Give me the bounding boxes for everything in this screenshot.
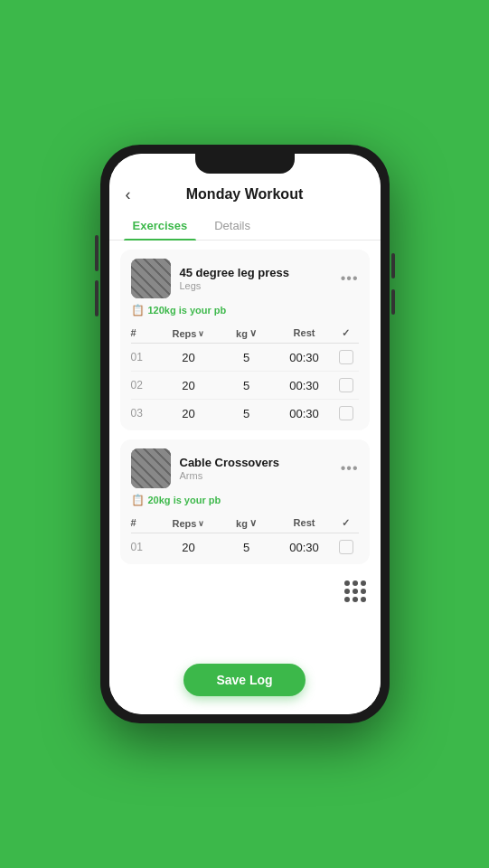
more-button-1[interactable]: ••• <box>341 270 359 287</box>
exercise-thumb-2 <box>131 448 171 488</box>
col-header-rest: Rest <box>276 327 334 339</box>
col-header-check: ✓ <box>334 327 359 339</box>
grid-menu-button[interactable] <box>344 580 366 602</box>
reps-chevron-icon-2: ∨ <box>198 519 204 528</box>
exercise-card-1: 45 degree leg press Legs ••• 📋 120kg is … <box>120 250 370 430</box>
exercise-name-2: Cable Crossovers <box>180 456 280 469</box>
table-row: 01 20 5 00:30 <box>131 344 359 372</box>
exercise-thumb-1 <box>131 259 171 298</box>
exercise-category-2: Arms <box>180 470 280 481</box>
pb-text-1: 120kg is your pb <box>148 305 227 316</box>
sets-table-2: # Reps ∨ kg ∨ Rest ✓ 01 <box>131 514 359 561</box>
save-log-button[interactable]: Save Log <box>183 664 305 696</box>
kg-chevron-icon-2: ∨ <box>249 517 257 529</box>
pb-badge-2: 📋 20kg is your pb <box>131 494 359 506</box>
header: ‹ Monday Workout <box>109 179 381 208</box>
sets-table-1: # Reps ∨ kg ∨ Rest ✓ 01 <box>131 324 359 427</box>
tabs: Exercises Details <box>109 212 381 241</box>
set-check-1-3[interactable] <box>339 406 353 420</box>
tab-details[interactable]: Details <box>205 212 259 240</box>
col-header-num-2: # <box>131 517 160 529</box>
col-header-kg-2[interactable]: kg ∨ <box>218 517 276 529</box>
set-check-1-1[interactable] <box>339 350 353 364</box>
col-header-kg[interactable]: kg ∨ <box>218 327 276 339</box>
kg-chevron-icon: ∨ <box>249 327 257 339</box>
pb-icon-1: 📋 <box>131 304 145 316</box>
back-button[interactable]: ‹ <box>122 182 135 208</box>
col-header-reps[interactable]: Reps ∨ <box>160 327 218 339</box>
reps-chevron-icon: ∨ <box>198 329 204 338</box>
pb-badge-1: 📋 120kg is your pb <box>131 304 359 316</box>
grid-menu-area <box>109 573 381 615</box>
tab-exercises[interactable]: Exercises <box>124 212 197 240</box>
table-row: 03 20 5 00:30 <box>131 400 359 427</box>
col-header-reps-2[interactable]: Reps ∨ <box>160 517 218 529</box>
exercise-category-1: Legs <box>180 280 289 291</box>
table-row: 01 20 5 00:30 <box>131 533 359 561</box>
set-check-1-2[interactable] <box>339 378 353 392</box>
exercise-card-2: Cable Crossovers Arms ••• 📋 20kg is your… <box>120 439 370 564</box>
col-header-check-2: ✓ <box>334 517 359 529</box>
col-header-num: # <box>131 327 160 339</box>
page-title: Monday Workout <box>186 186 303 203</box>
pb-text-2: 20kg is your pb <box>148 495 221 505</box>
col-header-rest-2: Rest <box>276 517 334 529</box>
set-check-2-1[interactable] <box>339 540 353 554</box>
exercise-name-1: 45 degree leg press <box>180 266 289 279</box>
pb-icon-2: 📋 <box>131 494 145 506</box>
more-button-2[interactable]: ••• <box>341 460 359 476</box>
table-row: 02 20 5 00:30 <box>131 372 359 400</box>
